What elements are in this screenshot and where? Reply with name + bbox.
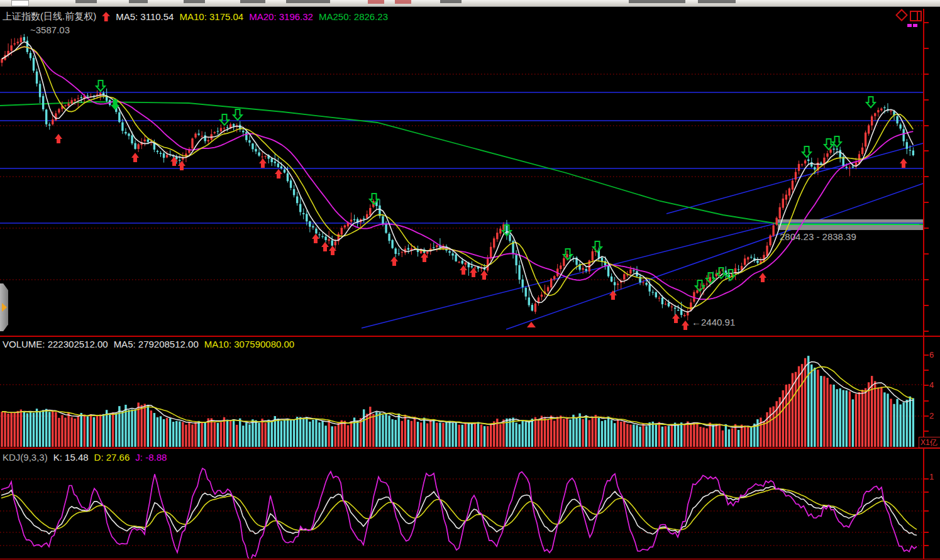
legend-marker-icon [913, 24, 917, 27]
sidebar-collapse-tab[interactable] [0, 283, 8, 331]
app-window: 上证指数(日线.前复权) MA5: 3110.54 MA10: 3175.04 … [0, 0, 940, 560]
panel-frame [0, 9, 940, 559]
expand-arrow-icon [2, 303, 7, 312]
kdj-plot[interactable] [0, 468, 923, 560]
charts-canvas [0, 0, 940, 560]
window-split-icon[interactable] [910, 11, 922, 21]
volume-unit-box: X1亿 [919, 437, 940, 448]
volume-plot[interactable] [0, 356, 923, 447]
main-chart-plot[interactable] [0, 34, 923, 330]
legend-marker-icon [907, 24, 912, 27]
